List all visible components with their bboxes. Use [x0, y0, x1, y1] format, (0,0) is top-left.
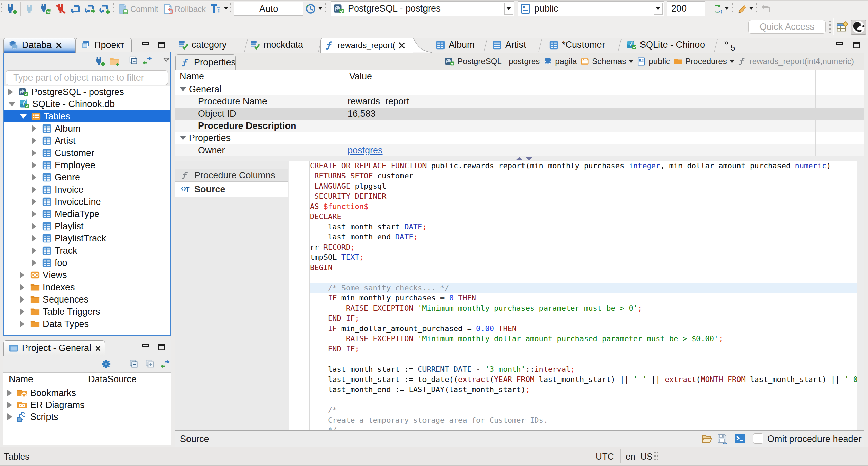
minimize-view-button[interactable] [142, 344, 150, 351]
splitter-sash[interactable] [175, 156, 864, 161]
auto-refresh-caret[interactable] [724, 7, 729, 10]
subtab-procedure-columns[interactable]: Procedure Columns [175, 169, 288, 182]
sql-assist-caret[interactable] [749, 7, 754, 10]
editor-tab--customer[interactable]: *Customer [545, 38, 620, 52]
tree-item-customer[interactable]: Customer [4, 147, 170, 159]
connection-combo-arrow[interactable] [504, 3, 513, 15]
new-sql-editor-button[interactable] [99, 3, 110, 14]
tree-expand-arrow[interactable] [20, 272, 24, 278]
connection-combo[interactable]: PostgreSQL - postgres [331, 1, 514, 16]
breadcrumb-caret[interactable] [730, 60, 734, 63]
editor-tab-category[interactable]: category [175, 38, 246, 52]
breadcrumb-item-public[interactable]: public [637, 57, 670, 66]
open-sql-script-button[interactable] [85, 3, 96, 14]
invalidate-connection-button[interactable] [40, 3, 51, 14]
perspective-button[interactable] [836, 21, 848, 33]
tree-expand-arrow[interactable] [20, 308, 24, 315]
link-editor-icon[interactable] [142, 56, 152, 66]
code-line[interactable]: DECLARE [310, 212, 857, 222]
sql-source-viewer[interactable]: CREATE OR REPLACE FUNCTION public.reward… [310, 161, 857, 430]
project-item-scripts[interactable]: Scripts [3, 411, 171, 423]
tree-collapse-arrow[interactable] [20, 114, 27, 119]
code-line[interactable]: rr RECORD; [310, 242, 857, 252]
tree-item-playlisttrack[interactable]: PlaylistTrack [4, 232, 170, 245]
sash-down-arrow[interactable] [525, 157, 533, 160]
code-line[interactable]: */ [310, 425, 857, 430]
code-line[interactable]: RAISE EXCEPTION 'Minimum monthly purchas… [310, 303, 857, 313]
group-collapse-arrow[interactable] [180, 87, 186, 91]
breadcrumb-item-rewards-report-int4-numeric-[interactable]: rewards_report(int4,numeric) [738, 57, 854, 66]
code-line[interactable]: last_month_start := CURRENT_DATE - '3 mo… [310, 364, 857, 374]
transaction-log-caret[interactable] [318, 7, 323, 10]
column-header-name[interactable]: Name [180, 71, 204, 82]
tree-expand-arrow[interactable] [32, 235, 36, 242]
tree-item-artist[interactable]: Artist [4, 135, 170, 147]
code-line[interactable]: SECURITY DEFINER [310, 191, 857, 201]
tree-expand-arrow[interactable] [32, 198, 36, 205]
tree-expand-arrow[interactable] [32, 186, 36, 193]
expand-all-icon[interactable] [145, 359, 155, 369]
transaction-mode-button[interactable] [210, 3, 221, 14]
breadcrumb-caret[interactable] [629, 60, 633, 63]
tree-expand-arrow[interactable] [20, 321, 24, 327]
tree-expand-arrow[interactable] [7, 413, 12, 420]
open-file-button[interactable] [702, 433, 712, 444]
tree-item-album[interactable]: Album [4, 122, 170, 135]
more-tabs-button[interactable]: 5 [724, 40, 735, 50]
code-line[interactable]: END IF; [310, 313, 857, 324]
column-header-datasource[interactable]: DataSource [88, 374, 137, 385]
tree-item-employee[interactable]: Employee [4, 159, 170, 171]
navigator-filter-input[interactable]: Type part of object name to filter [6, 70, 168, 85]
tree-item-foo[interactable]: foo [4, 257, 170, 269]
transaction-mode-caret[interactable] [224, 7, 229, 10]
tree-expand-arrow[interactable] [32, 162, 36, 169]
sql-assist-button[interactable] [737, 3, 748, 14]
view-tab-database-navigator[interactable]: Databa [3, 38, 76, 53]
code-line[interactable]: last_month_start := to_date((extract(YEA… [310, 374, 857, 385]
code-line[interactable]: RAISE EXCEPTION 'Minimum monthly dollar … [310, 334, 857, 344]
sash-up-arrow[interactable] [516, 157, 523, 160]
property-row-procedure-description[interactable]: Procedure Description [175, 120, 864, 132]
code-line[interactable]: last_month_end DATE; [310, 232, 857, 242]
property-row-general[interactable]: General [175, 83, 864, 95]
code-line[interactable]: BEGIN [310, 263, 857, 273]
tree-item-table-triggers[interactable]: Table Triggers [4, 306, 170, 318]
column-header-name[interactable]: Name [9, 374, 33, 385]
tree-item-indexes[interactable]: Indexes [4, 281, 170, 293]
breadcrumb-item-procedures[interactable]: Procedures [673, 57, 734, 66]
tree-item-sqlite-chinook-db[interactable]: SQLite - Chinook.db [4, 98, 170, 110]
tree-item-track[interactable]: Track [4, 245, 170, 257]
tree-expand-arrow[interactable] [7, 402, 12, 408]
tree-item-postgresql-postgres[interactable]: PostgreSQL - postgres [4, 86, 170, 98]
save-to-file-button[interactable] [716, 433, 727, 444]
subtab-source[interactable]: Source [175, 182, 288, 197]
project-item-er-diagrams[interactable]: ER Diagrams [3, 399, 171, 411]
editor-tab-sqlite-chinoo[interactable]: SQLite - Chinoo [623, 38, 716, 52]
code-line[interactable]: last_month_end := LAST_DAY(last_month_st… [310, 385, 857, 395]
code-line[interactable]: tmpSQL TEXT; [310, 252, 857, 263]
code-line[interactable]: LANGUAGE plpgsql [310, 181, 857, 191]
back-history-button[interactable] [760, 3, 771, 14]
tree-item-invoiceline[interactable]: InvoiceLine [4, 196, 170, 208]
view-menu-icon[interactable] [162, 56, 171, 64]
close-icon[interactable] [398, 41, 406, 50]
maximize-editor-button[interactable] [853, 42, 860, 49]
transaction-log-button[interactable] [305, 3, 316, 14]
status-timezone[interactable]: UTC [596, 451, 614, 462]
tree-expand-arrow[interactable] [32, 211, 36, 217]
close-icon[interactable] [55, 41, 63, 49]
tree-item-mediatype[interactable]: MediaType [4, 208, 170, 220]
tree-item-data-types[interactable]: Data Types [4, 318, 170, 330]
column-header-value[interactable]: Value [349, 71, 372, 82]
code-line[interactable] [310, 354, 857, 364]
code-line[interactable]: last_month_start DATE; [310, 222, 857, 232]
tree-expand-arrow[interactable] [20, 284, 24, 291]
editor-tab-artist[interactable]: Artist [488, 38, 541, 52]
tree-item-sequences[interactable]: Sequences [4, 293, 170, 306]
tree-expand-arrow[interactable] [32, 174, 36, 181]
tree-expand-arrow[interactable] [32, 223, 36, 230]
disconnect-button[interactable] [55, 3, 66, 14]
tree-expand-arrow[interactable] [8, 89, 13, 95]
tree-expand-arrow[interactable] [32, 137, 36, 144]
maximize-view-button[interactable] [158, 42, 165, 49]
